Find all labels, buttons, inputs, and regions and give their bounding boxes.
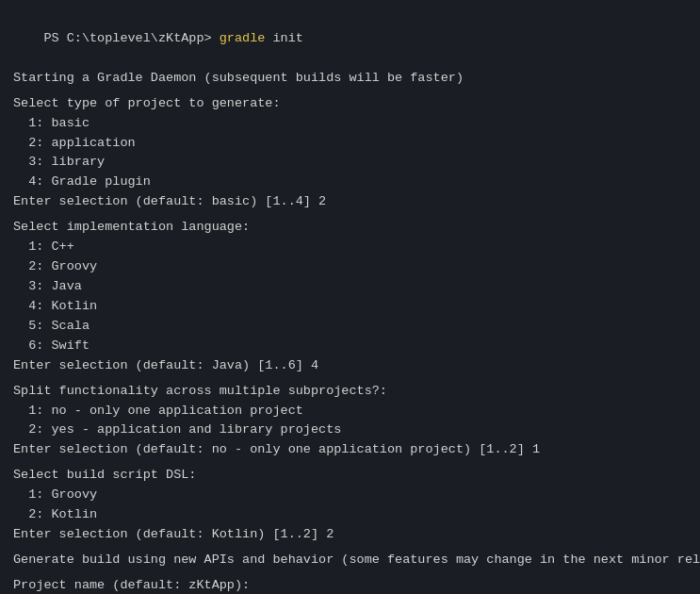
output-line-lang-3: 3: Java (13, 277, 687, 297)
prompt-prefix: PS C:\toplevel\zKtApp> (43, 31, 219, 45)
output-line-lang-6: 6: Swift (13, 337, 687, 356)
prompt-line-1: PS C:\toplevel\zKtApp> gradle init (13, 9, 687, 69)
gradle-command: gradle (220, 31, 266, 45)
output-line-type-4: 4: Gradle plugin (13, 173, 687, 192)
terminal-window: PS C:\toplevel\zKtApp> gradle init Start… (0, 0, 700, 594)
output-line-dsl: Select build script DSL: (13, 466, 687, 486)
output-line-enter-lang: Enter selection (default: Java) [1..6] 4 (13, 356, 687, 376)
output-line-select-lang: Select implementation language: (13, 218, 687, 238)
output-line-project-name: Project name (default: zKtApp): (13, 576, 687, 594)
output-line-lang-4: 4: Kotlin (13, 297, 687, 317)
output-line-dsl-2: 2: Kotlin (13, 505, 687, 525)
output-line-type-1: 1: basic (13, 114, 687, 134)
output-line-enter-dsl: Enter selection (default: Kotlin) [1..2]… (13, 525, 687, 545)
output-line-new-apis: Generate build using new APIs and behavi… (13, 551, 687, 570)
output-line-split: Split functionality across multiple subp… (13, 382, 687, 402)
output-line-lang-5: 5: Scala (13, 317, 687, 337)
init-command: init (265, 31, 303, 45)
output-line-split-2: 2: yes - application and library project… (13, 421, 687, 440)
output-line-daemon: Starting a Gradle Daemon (subsequent bui… (13, 69, 687, 89)
output-line-split-1: 1: no - only one application project (13, 402, 687, 421)
output-line-type-2: 2: application (13, 134, 687, 154)
output-line-enter-split: Enter selection (default: no - only one … (13, 440, 687, 460)
output-line-lang-1: 1: C++ (13, 238, 687, 257)
output-line-enter-type: Enter selection (default: basic) [1..4] … (13, 192, 687, 212)
output-line-select-type: Select type of project to generate: (13, 94, 687, 114)
output-line-lang-2: 2: Groovy (13, 257, 687, 277)
output-line-type-3: 3: library (13, 153, 687, 173)
output-line-dsl-1: 1: Groovy (13, 486, 687, 505)
